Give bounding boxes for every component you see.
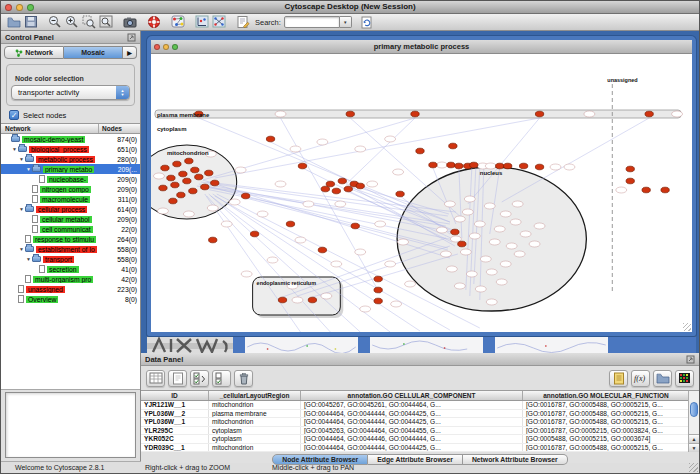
network-view-window: primary metabolic process plasma membran… (147, 36, 696, 336)
layout-xy-icon[interactable] (193, 15, 210, 30)
layout-network-icon[interactable] (210, 15, 227, 30)
zoom-window-icon[interactable] (27, 4, 34, 11)
tab-network[interactable]: Network (4, 46, 64, 59)
annotation-edit-icon[interactable] (234, 15, 251, 30)
background-window-preview[interactable] (370, 337, 483, 353)
float-panel-icon[interactable] (127, 33, 136, 42)
tree-row-macromolecule[interactable]: macromolecule311(0) (1, 194, 140, 204)
table-row[interactable]: YKR052Ccytoplasm[GO:0044464, GO:0044446,… (141, 435, 699, 444)
zoom-fit-icon[interactable] (97, 15, 114, 30)
attribute-table[interactable]: ID_cellularLayoutRegionannotation.GO CEL… (141, 390, 699, 452)
zoom-view-icon[interactable] (172, 44, 178, 50)
tab-network-attribute-browser[interactable]: Network Attribute Browser (463, 454, 568, 465)
tree-row-mosaic-demo-yeast[interactable]: mosaic-demo-yeast874(0) (1, 134, 140, 144)
unselect-attributes-icon[interactable] (212, 370, 231, 387)
camera-icon[interactable] (121, 15, 138, 30)
tree-row-unassigned[interactable]: unassigned223(0) (1, 284, 140, 294)
column-header-1[interactable]: _cellularLayoutRegion (209, 391, 301, 400)
node-color-dropdown[interactable]: transporter activity ▲▼ (11, 85, 130, 100)
help-lifering-icon[interactable] (145, 15, 162, 30)
tree-row-metabolic-process[interactable]: ▼metabolic process280(0) (1, 154, 140, 164)
table-row[interactable]: YDR039C__1mitochondrion[GO:0044464, GO:0… (141, 444, 699, 453)
tree-row-multi-organism-pro[interactable]: multi-organism pro42(0) (1, 274, 140, 284)
close-view-icon[interactable] (154, 44, 160, 50)
expander-icon[interactable]: ▼ (25, 256, 32, 262)
cytoscape-watermark (147, 337, 233, 353)
node-count: 651(0) (117, 146, 137, 153)
tab-edge-attribute-browser[interactable]: Edge Attribute Browser (368, 454, 463, 465)
expander-icon[interactable]: ▼ (18, 206, 25, 212)
import-attributes-icon[interactable] (653, 370, 672, 387)
search-dropdown-icon[interactable]: ▾ (340, 16, 352, 28)
new-attribute-icon[interactable] (168, 370, 187, 387)
attribute-table-header[interactable]: ID_cellularLayoutRegionannotation.GO CEL… (141, 391, 699, 401)
open-icon[interactable] (5, 15, 22, 30)
tree-row-nucleobase-[interactable]: nucleobase-209(0) (1, 174, 140, 184)
expander-icon[interactable]: ▼ (18, 156, 25, 162)
expander-icon[interactable]: ▼ (18, 246, 25, 252)
scrollbar-thumb[interactable] (690, 402, 698, 417)
tree-row-transport[interactable]: ▼transport558(0) (1, 254, 140, 264)
refresh-attributes-icon[interactable] (359, 15, 376, 30)
birds-eye-view[interactable] (5, 392, 136, 458)
table-cell: YPL036W__1 (141, 418, 209, 426)
node-count: 42(0) (121, 276, 137, 283)
column-header-3[interactable]: annotation.GO MOLECULAR_FUNCTION (523, 391, 690, 400)
float-panel-icon[interactable] (686, 355, 695, 364)
table-scrollbar[interactable]: ▲ ▼ (688, 391, 699, 452)
tree-row-cellular-process[interactable]: ▼cellular process614(0) (1, 204, 140, 214)
scroll-down-icon[interactable]: ▼ (689, 443, 699, 452)
table-row[interactable]: YLR295Ccytoplasm[GO:0045263, GO:0044464,… (141, 427, 699, 436)
tree-row-overview[interactable]: Overview8(0) (1, 294, 140, 304)
background-window-preview[interactable] (245, 337, 358, 353)
column-header-0[interactable]: ID (141, 391, 209, 400)
attribute-batch-icon[interactable] (609, 370, 628, 387)
folder-icon (25, 246, 34, 252)
tab-node-attribute-browser[interactable]: Node Attribute Browser (272, 454, 368, 465)
file-icon (18, 295, 24, 303)
heatmap-icon[interactable] (675, 370, 694, 387)
search-input[interactable] (284, 16, 340, 28)
tree-row-nitrogen-compo[interactable]: nitrogen compo209(0) (1, 184, 140, 194)
select-attributes-icon[interactable] (190, 370, 209, 387)
zoom-selected-icon[interactable] (80, 15, 97, 30)
column-header-2[interactable]: annotation.GO CELLULAR_COMPONENT (301, 391, 523, 400)
tree-label: secretion (47, 266, 79, 273)
tree-label: response to stimulu (33, 236, 96, 243)
tab-mosaic[interactable]: Mosaic (64, 46, 123, 59)
tree-row-secretion[interactable]: secretion41(0) (1, 264, 140, 274)
save-icon[interactable] (22, 15, 39, 30)
tree-row-cell-communicat[interactable]: cell communicat22(0) (1, 224, 140, 234)
table-cell: [GO:0044464, GO:0044444, GO:0044425, G..… (301, 418, 523, 426)
node-count: 614(0) (117, 206, 137, 213)
scroll-up-icon[interactable]: ▲ (689, 434, 699, 443)
network-canvas[interactable]: plasma membranecytoplasmmitochondrionnuc… (151, 54, 692, 332)
tree-row-biological-process[interactable]: ▼biological_process651(0) (1, 144, 140, 154)
minimize-window-icon[interactable] (16, 4, 23, 11)
tree-row-cellular-metabol[interactable]: cellular metabol209(0) (1, 214, 140, 224)
background-window-preview[interactable] (495, 337, 608, 353)
tree-row-primary-metabo[interactable]: ▼primary metabo209(... (1, 164, 140, 174)
table-row[interactable]: YJR121W__1mitochondrion[GO:0045267, GO:0… (141, 401, 699, 410)
delete-attribute-icon[interactable] (234, 370, 253, 387)
zoom-out-icon[interactable] (46, 15, 63, 30)
tree-label: mosaic-demo-yeast (22, 136, 85, 143)
vizmapper-icon[interactable] (169, 15, 186, 30)
expander-icon[interactable]: ▼ (25, 166, 32, 172)
background-window-border (608, 337, 696, 353)
network-window-titlebar[interactable]: primary metabolic process (151, 40, 692, 54)
expander-icon[interactable]: ▼ (11, 146, 18, 152)
tree-row-response-to-stimulu[interactable]: response to stimulu264(0) (1, 234, 140, 244)
function-builder-icon[interactable]: f(x) (631, 370, 650, 387)
tree-row-establishment-of-lo[interactable]: ▼establishment of lo558(0) (1, 244, 140, 254)
folder-icon (11, 136, 20, 142)
table-row[interactable]: YPL036W__2plasma membrane[GO:0044464, GO… (141, 410, 699, 419)
resize-grip-icon[interactable] (683, 323, 691, 331)
minimize-view-icon[interactable] (163, 44, 169, 50)
table-icon[interactable] (146, 370, 165, 387)
close-window-icon[interactable] (5, 4, 12, 11)
select-nodes-checkbox[interactable]: ✓ (9, 110, 19, 120)
tab-overflow-arrow-icon[interactable]: ▶ (123, 46, 137, 59)
table-row[interactable]: YPL036W__1mitochondrion[GO:0044464, GO:0… (141, 418, 699, 427)
zoom-in-icon[interactable] (63, 15, 80, 30)
